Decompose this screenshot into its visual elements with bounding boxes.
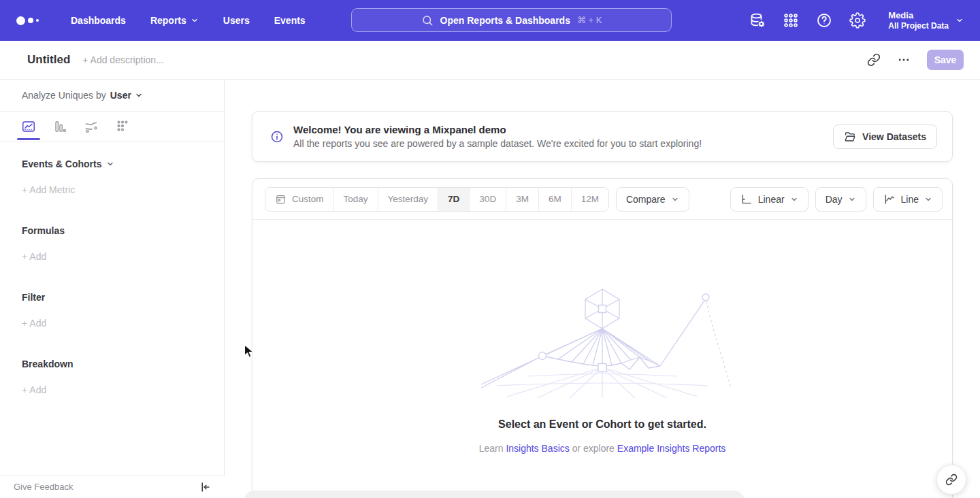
report-actions: Save: [867, 50, 964, 70]
project-name: Media: [888, 10, 949, 21]
tab-flows[interactable]: [83, 112, 99, 142]
chart-type-selector[interactable]: Line: [873, 187, 943, 212]
empty-state-title: Select an Event or Cohort to get started…: [252, 418, 952, 431]
report-canvas: Welcome! You are viewing a Mixpanel demo…: [225, 80, 980, 498]
interval-selector[interactable]: Day: [815, 187, 866, 212]
chevron-down-icon: [956, 16, 964, 24]
explore-text: or explore: [572, 443, 615, 454]
date-range-6m[interactable]: 6M: [539, 188, 572, 211]
date-range-3m[interactable]: 3M: [506, 188, 539, 211]
search-icon: [421, 14, 434, 27]
analyze-by-selector[interactable]: User: [110, 90, 143, 101]
compare-label: Compare: [626, 194, 666, 205]
interval-label: Day: [826, 194, 843, 205]
learn-prefix: Learn: [479, 443, 504, 454]
insights-chart-card: Custom Today Yesterday 7D 30D 3M 6M 12M …: [252, 178, 953, 498]
events-cohorts-title: Events & Cohorts: [22, 159, 101, 169]
example-reports-link[interactable]: Example Insights Reports: [617, 443, 726, 454]
breakdown-section: Breakdown + Add: [22, 359, 202, 395]
banner-subtitle: All the reports you see are powered by a…: [293, 138, 702, 149]
share-link-fab[interactable]: [936, 465, 966, 495]
date-range-7d[interactable]: 7D: [438, 188, 470, 211]
project-subtitle: All Project Data: [888, 21, 949, 31]
tab-flows-icon: [84, 119, 99, 134]
chevron-down-icon: [191, 16, 199, 24]
help-icon[interactable]: [816, 12, 832, 29]
sidebar-footer: Give Feedback: [0, 475, 225, 498]
save-button[interactable]: Save: [927, 50, 964, 70]
add-breakdown-button[interactable]: + Add: [22, 384, 202, 395]
folder-icon: [844, 131, 856, 143]
top-navigation: Dashboards Reports Users Events Open Rep…: [0, 0, 980, 41]
link-icon: [945, 474, 958, 486]
banner-title: Welcome! You are viewing a Mixpanel demo: [293, 124, 702, 135]
apps-grid-icon[interactable]: [783, 12, 799, 29]
tab-bar-chart[interactable]: [52, 112, 68, 142]
report-title[interactable]: Untitled: [27, 53, 70, 67]
bottom-panel-peek: [244, 491, 745, 498]
tab-line-chart-icon: [21, 119, 36, 134]
search-placeholder: Open Reports & Dashboards: [440, 15, 570, 26]
tab-grid-icon: [115, 119, 130, 134]
visualization-tabs: [0, 112, 224, 142]
copy-link-icon[interactable]: [867, 53, 881, 67]
add-filter-button[interactable]: + Add: [22, 318, 202, 329]
date-range-today[interactable]: Today: [334, 188, 378, 211]
chevron-down-icon: [135, 91, 143, 99]
nav-reports[interactable]: Reports: [150, 15, 199, 26]
chevron-down-icon[interactable]: [106, 160, 114, 168]
add-formula-button[interactable]: + Add: [22, 251, 202, 262]
nav-events[interactable]: Events: [274, 15, 306, 26]
formulas-section: Formulas + Add: [22, 225, 202, 262]
add-metric-button[interactable]: + Add Metric: [22, 184, 202, 195]
empty-state-links: Learn Insights Basics or explore Example…: [252, 443, 952, 454]
data-management-icon[interactable]: [749, 12, 766, 29]
nav-users[interactable]: Users: [223, 15, 250, 26]
compare-button[interactable]: Compare: [616, 187, 689, 212]
date-range-12m[interactable]: 12M: [572, 188, 608, 211]
mixpanel-logo-icon[interactable]: [16, 16, 44, 25]
query-sections: Events & Cohorts + Add Metric Formulas +…: [0, 159, 224, 395]
analyze-by-label: Analyze Uniques by: [22, 90, 106, 101]
calendar-icon: [275, 193, 287, 205]
give-feedback-link[interactable]: Give Feedback: [14, 482, 73, 492]
more-icon[interactable]: [897, 53, 911, 67]
insights-basics-link[interactable]: Insights Basics: [506, 443, 569, 454]
demo-banner: Welcome! You are viewing a Mixpanel demo…: [252, 111, 953, 162]
breakdown-title: Breakdown: [22, 359, 73, 369]
nav-utilities: Media All Project Data: [749, 0, 964, 41]
add-description-field[interactable]: + Add description...: [82, 54, 163, 65]
events-cohorts-section: Events & Cohorts + Add Metric: [22, 159, 202, 195]
scale-selector[interactable]: Linear: [730, 187, 808, 212]
linear-scale-icon: [740, 193, 753, 205]
nav-reports-label: Reports: [150, 15, 186, 26]
search-shortcut: ⌘ + K: [577, 15, 602, 25]
view-datasets-button[interactable]: View Datasets: [833, 124, 937, 149]
formulas-title: Formulas: [22, 225, 65, 236]
line-chart-icon: [883, 193, 896, 205]
nav-dashboards[interactable]: Dashboards: [71, 15, 126, 26]
filter-section: Filter + Add: [22, 292, 202, 329]
date-range-custom[interactable]: Custom: [265, 188, 334, 211]
primary-nav: Dashboards Reports Users Events: [71, 15, 306, 26]
info-icon: [270, 130, 284, 144]
query-builder-sidebar: Analyze Uniques by User: [0, 80, 225, 498]
chevron-down-icon: [671, 195, 679, 203]
collapse-sidebar-icon[interactable]: [199, 481, 211, 493]
project-selector[interactable]: Media All Project Data: [888, 10, 964, 31]
analyze-by-value: User: [110, 90, 131, 101]
tab-bar-chart-icon: [52, 119, 67, 134]
search-input[interactable]: Open Reports & Dashboards ⌘ + K: [351, 8, 672, 32]
report-header: Untitled + Add description... Save: [0, 41, 980, 80]
chart-controls: Custom Today Yesterday 7D 30D 3M 6M 12M …: [252, 179, 952, 220]
view-datasets-label: View Datasets: [862, 131, 926, 142]
chevron-down-icon: [924, 195, 932, 203]
analyze-by-row: Analyze Uniques by User: [0, 80, 224, 112]
tab-grid[interactable]: [114, 112, 131, 142]
scale-label: Linear: [758, 194, 785, 205]
tab-line-chart[interactable]: [20, 112, 37, 142]
settings-icon[interactable]: [849, 12, 866, 29]
date-range-30d[interactable]: 30D: [470, 188, 506, 211]
date-range-yesterday[interactable]: Yesterday: [378, 188, 439, 211]
empty-state-illustration: [466, 282, 738, 398]
